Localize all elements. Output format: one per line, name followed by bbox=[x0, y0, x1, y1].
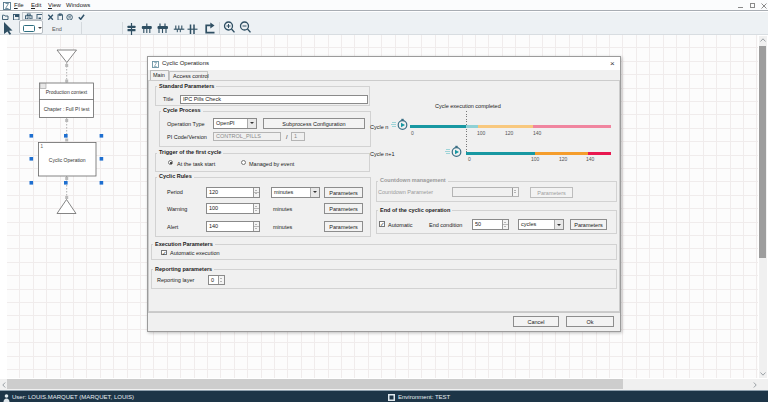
svg-text:Chapter : Full PI test: Chapter : Full PI test bbox=[44, 106, 90, 112]
svg-text:Cyclic Operation: Cyclic Operation bbox=[49, 157, 86, 163]
svg-text:Production context: Production context bbox=[46, 89, 88, 95]
